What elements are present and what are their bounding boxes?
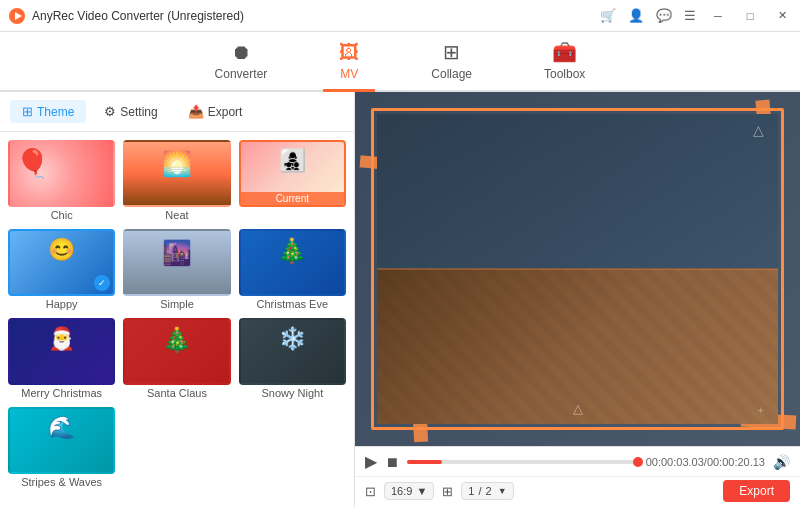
theme-thumb-merry-christmas [8,318,115,385]
page-total: 2 [486,485,492,497]
theme-item-neat[interactable]: Neat [123,140,230,221]
menu-icon[interactable]: ☰ [684,8,696,23]
stop-button[interactable]: ⏹ [385,454,399,470]
play-button[interactable]: ▶ [365,452,377,471]
tab-converter-label: Converter [215,67,268,81]
tab-mv-label: MV [340,67,358,81]
video-top-bg [377,114,778,268]
mv-icon: 🖼 [339,41,359,64]
theme-thumb-happy: 😊 ✓ [8,229,115,296]
crop-icon[interactable]: ⊡ [365,484,376,499]
theme-label-chic: Chic [51,209,73,221]
theme-label-merry-christmas: Merry Christmas [21,387,102,399]
tab-converter[interactable]: ⏺ Converter [199,35,284,92]
page-dropdown-icon: ▼ [498,486,507,496]
video-preview: △ △ + [355,92,800,446]
time-total: 00:00:20.13 [707,456,765,468]
theme-thumb-snowy-night [239,318,346,385]
theme-item-current[interactable]: Current [239,140,346,221]
page-current: 1 [468,485,474,497]
theme-label-snowy-night: Snowy Night [261,387,323,399]
subtab-export-label: Export [208,105,243,119]
video-inner: △ △ + [377,114,778,424]
progress-bar[interactable] [407,460,638,464]
setting-gear-icon: ⚙ [104,104,116,119]
close-button[interactable]: ✕ [772,6,792,26]
toolbox-icon: 🧰 [552,40,577,64]
collage-icon: ⊞ [443,40,460,64]
subtab-export[interactable]: 📤 Export [176,100,255,123]
current-badge: Current [241,192,344,205]
maximize-button[interactable]: □ [740,6,760,26]
theme-item-santa-claus[interactable]: Santa Claus [123,318,230,399]
theme-thumb-neat [123,140,230,207]
theme-thumb-santa-claus [123,318,230,385]
theme-item-christmas-eve[interactable]: Christmas Eve [239,229,346,310]
theme-item-snowy-night[interactable]: Snowy Night [239,318,346,399]
title-bar-left: AnyRec Video Converter (Unregistered) [8,7,244,25]
controls-bar: ▶ ⏹ 00:00:03.03/00:00:20.13 🔊 [355,446,800,476]
theme-thumb-simple [123,229,230,296]
tab-toolbox-label: Toolbox [544,67,585,81]
volume-icon[interactable]: 🔊 [773,454,790,470]
tab-collage-label: Collage [431,67,472,81]
theme-label-neat: Neat [165,209,188,221]
subtab-theme-label: Theme [37,105,74,119]
tab-mv[interactable]: 🖼 MV [323,35,375,92]
controls-bar2: ⊡ 16:9 ▼ ⊞ 1/2▼ Export [355,476,800,507]
theme-grid: Chic Neat Current 😊 ✓ Happy [0,132,354,507]
tab-collage[interactable]: ⊞ Collage [415,34,488,92]
nav-tabs: ⏺ Converter 🖼 MV ⊞ Collage 🧰 Toolbox [0,32,800,92]
theme-item-chic[interactable]: Chic [8,140,115,221]
minimize-button[interactable]: ─ [708,6,728,26]
theme-thumb-stripes-waves [8,407,115,474]
sub-tabs: ⊞ Theme ⚙ Setting 📤 Export [0,92,354,132]
time-current: 00:00:03.03 [646,456,704,468]
main-content: ⊞ Theme ⚙ Setting 📤 Export Chic Neat [0,92,800,507]
aspect-dropdown-icon: ▼ [416,485,427,497]
theme-label-stripes-waves: Stripes & Waves [21,476,102,488]
theme-thumb-christmas-eve [239,229,346,296]
app-logo [8,7,26,25]
theme-label-santa-claus: Santa Claus [147,387,207,399]
theme-thumb-chic [8,140,115,207]
nav-indicator-top: △ [753,122,764,138]
subtab-theme[interactable]: ⊞ Theme [10,100,86,123]
aspect-ratio-value: 16:9 [391,485,412,497]
theme-thumb-current: Current [239,140,346,207]
theme-item-happy[interactable]: 😊 ✓ Happy [8,229,115,310]
theme-item-simple[interactable]: Simple [123,229,230,310]
layout-icon[interactable]: ⊞ [442,484,453,499]
video-bottom-section: △ + [377,269,778,424]
video-top-section: △ [377,114,778,269]
theme-grid-icon: ⊞ [22,104,33,119]
subtab-setting[interactable]: ⚙ Setting [92,100,169,123]
subtab-setting-label: Setting [120,105,157,119]
aspect-ratio-selector[interactable]: 16:9 ▼ [384,482,434,500]
time-display: 00:00:03.03/00:00:20.13 [646,456,765,468]
nav-indicator-bottom-center: △ [573,401,583,416]
happy-check-badge: ✓ [94,275,110,291]
page-selector[interactable]: 1/2▼ [461,482,513,500]
cart-icon[interactable]: 🛒 [600,8,616,23]
user-icon[interactable]: 👤 [628,8,644,23]
converter-icon: ⏺ [231,41,251,64]
app-title: AnyRec Video Converter (Unregistered) [32,9,244,23]
right-panel: △ △ + ▶ ⏹ [355,92,800,507]
export-button[interactable]: Export [723,480,790,502]
progress-thumb [633,457,643,467]
theme-label-christmas-eve: Christmas Eve [257,298,329,310]
nav-indicator-bottom-right: + [758,404,764,416]
title-bar-right: 🛒 👤 💬 ☰ ─ □ ✕ [600,6,792,26]
progress-fill [407,460,442,464]
title-bar: AnyRec Video Converter (Unregistered) 🛒 … [0,0,800,32]
theme-item-stripes-waves[interactable]: Stripes & Waves [8,407,115,488]
tab-toolbox[interactable]: 🧰 Toolbox [528,34,601,92]
chat-icon[interactable]: 💬 [656,8,672,23]
export-arrow-icon: 📤 [188,104,204,119]
left-panel: ⊞ Theme ⚙ Setting 📤 Export Chic Neat [0,92,355,507]
theme-label-simple: Simple [160,298,194,310]
theme-item-merry-christmas[interactable]: Merry Christmas [8,318,115,399]
theme-label-happy: Happy [46,298,78,310]
